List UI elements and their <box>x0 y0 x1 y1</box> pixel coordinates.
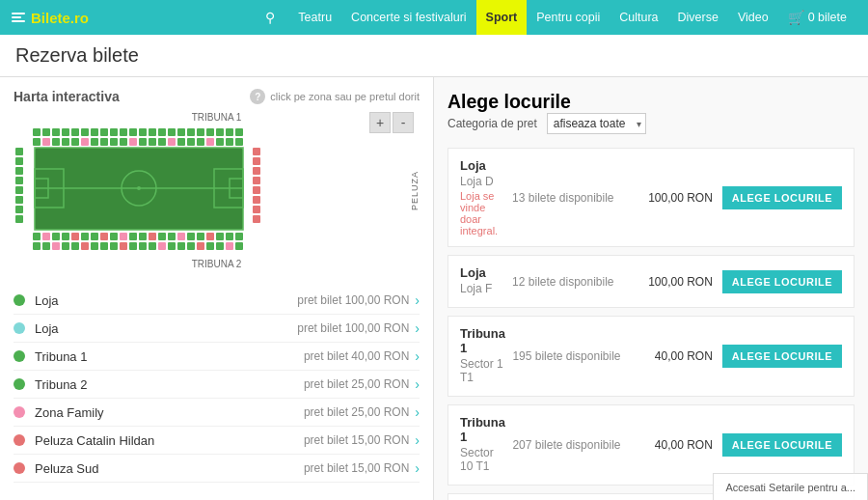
legend-item[interactable]: Peluza Sud pret bilet 15,00 RON › <box>14 455 420 483</box>
svg-rect-18 <box>206 128 214 136</box>
svg-rect-90 <box>235 233 243 240</box>
svg-rect-13 <box>158 128 166 136</box>
alege-locurile-button[interactable]: ALEGE LOCURILE <box>722 270 842 293</box>
svg-rect-106 <box>177 242 185 250</box>
svg-rect-59 <box>253 215 260 223</box>
legend-dot <box>14 406 25 418</box>
right-panel: Alege locurile Categoria de pret afiseaz… <box>434 77 868 500</box>
right-panel-title: Alege locurile <box>448 91 854 113</box>
svg-rect-77 <box>110 233 118 240</box>
ticket-availability: 207 bilete disponibile <box>505 438 628 452</box>
svg-rect-80 <box>139 233 147 240</box>
legend-name: Loja <box>35 293 297 308</box>
legend-arrow-icon: › <box>415 348 420 364</box>
nav-copii[interactable]: Pentru copii <box>527 0 610 35</box>
svg-rect-42 <box>226 138 233 146</box>
svg-rect-48 <box>15 186 23 194</box>
legend-arrow-icon: › <box>415 320 420 336</box>
zoom-controls: + - <box>369 112 414 133</box>
nav-concerte[interactable]: Concerte si festivaluri <box>341 0 476 35</box>
legend-dot <box>14 434 25 446</box>
legend-item[interactable]: Loja pret bilet 100,00 RON › <box>14 287 420 315</box>
svg-rect-16 <box>187 128 195 136</box>
svg-rect-103 <box>149 242 156 250</box>
legend-dot <box>14 378 25 390</box>
legend-item[interactable]: Zona Family pret bilet 25,00 RON › <box>14 399 420 427</box>
zoom-in-button[interactable]: + <box>369 112 391 133</box>
left-panel: Harta interactiva ? click pe zona sau pe… <box>0 77 434 500</box>
legend-item[interactable]: Loja pret bilet 100,00 RON › <box>14 315 420 343</box>
svg-rect-92 <box>42 242 50 250</box>
svg-rect-74 <box>81 233 89 240</box>
svg-rect-99 <box>110 242 118 250</box>
legend-item[interactable]: Tribuna 1 pret bilet 40,00 RON › <box>14 343 420 371</box>
alege-locurile-button[interactable]: ALEGE LOCURILE <box>722 433 842 457</box>
filter-label: Categoria de pret <box>448 117 537 130</box>
legend-item[interactable]: Tribuna 2 pret bilet 25,00 RON › <box>14 371 420 399</box>
ticket-info: Loja Loja D Loja se vinde doar integral. <box>460 158 501 236</box>
nav-teatru[interactable]: Teatru <box>288 0 341 35</box>
svg-rect-107 <box>187 242 195 250</box>
svg-rect-47 <box>15 177 23 184</box>
ticket-price: 40,00 RON <box>628 349 713 363</box>
svg-rect-71 <box>52 233 60 240</box>
svg-rect-83 <box>168 233 176 240</box>
legend-item[interactable]: Peluza Catalin Hildan pret bilet 15,00 R… <box>14 427 420 455</box>
svg-rect-36 <box>168 138 176 146</box>
svg-rect-38 <box>187 138 195 146</box>
legend-dot <box>14 462 25 474</box>
harta-title: Harta interactiva <box>14 89 120 104</box>
zoom-out-button[interactable]: - <box>393 112 414 133</box>
overlay-notice: Accesati Setarile pentru a... <box>713 473 868 500</box>
svg-rect-2 <box>52 128 60 136</box>
svg-rect-112 <box>235 242 243 250</box>
svg-rect-12 <box>149 128 156 136</box>
svg-rect-9 <box>120 128 127 136</box>
ticket-category: Loja <box>460 158 501 173</box>
svg-rect-6 <box>91 128 98 136</box>
svg-rect-96 <box>81 242 89 250</box>
peluza-label: PELUZA <box>410 171 420 210</box>
nav-diverse[interactable]: Diverse <box>668 0 728 35</box>
svg-rect-43 <box>235 138 243 146</box>
ticket-section: Loja Loja D Loja se vinde doar integral.… <box>448 148 854 247</box>
legend-arrow-icon: › <box>415 376 420 392</box>
legend-name: Peluza Catalin Hildan <box>35 433 304 448</box>
svg-rect-32 <box>129 138 137 146</box>
nav-cultura[interactable]: Cultura <box>610 0 667 35</box>
svg-rect-27 <box>81 138 89 146</box>
svg-rect-8 <box>110 128 118 136</box>
svg-rect-110 <box>216 242 224 250</box>
svg-rect-17 <box>197 128 204 136</box>
legend-arrow-icon: › <box>415 292 420 308</box>
nav-sport[interactable]: Sport <box>476 0 528 35</box>
alege-locurile-button[interactable]: ALEGE LOCURILE <box>722 345 842 368</box>
legend-price: pret bilet 100,00 RON <box>297 293 409 307</box>
svg-rect-75 <box>91 233 98 240</box>
legend-dot <box>14 322 25 334</box>
filter-select-wrapper[interactable]: afiseaza toateLojaTribuna 1Tribuna 2Zona… <box>547 113 646 134</box>
svg-rect-105 <box>168 242 176 250</box>
legend-dot <box>14 350 25 362</box>
stadium-svg[interactable] <box>14 126 406 255</box>
nav-video[interactable]: Video <box>728 0 778 35</box>
svg-rect-19 <box>216 128 224 136</box>
ticket-price: 40,00 RON <box>628 438 713 452</box>
svg-rect-31 <box>120 138 127 146</box>
alege-locurile-button[interactable]: ALEGE LOCURILE <box>722 186 842 209</box>
logo[interactable]: Bilete.ro <box>12 10 89 26</box>
svg-rect-56 <box>253 186 260 194</box>
legend-name: Peluza Sud <box>35 461 304 476</box>
svg-rect-0 <box>33 128 41 136</box>
legend-price: pret bilet 100,00 RON <box>297 321 409 335</box>
filter-select[interactable]: afiseaza toateLojaTribuna 1Tribuna 2Zona… <box>547 113 646 134</box>
legend-arrow-icon: › <box>415 460 420 476</box>
tribuna1-label: TRIBUNA 1 <box>14 112 420 123</box>
svg-rect-29 <box>100 138 108 146</box>
svg-rect-69 <box>33 233 41 240</box>
svg-rect-28 <box>91 138 98 146</box>
svg-rect-87 <box>206 233 214 240</box>
cart-button[interactable]: 🛒 0 bilete <box>778 10 856 25</box>
legend-price: pret bilet 15,00 RON <box>304 433 409 447</box>
search-icon[interactable]: ⚲ <box>265 10 275 25</box>
